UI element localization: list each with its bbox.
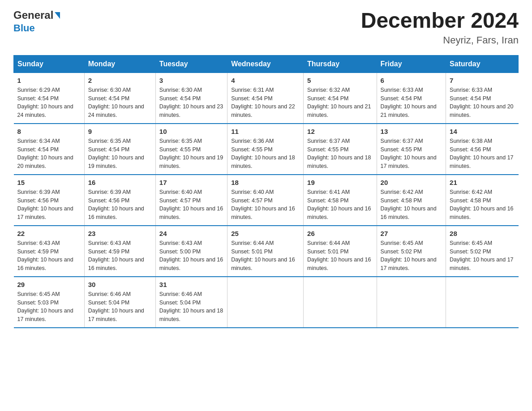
day-cell: 9 Sunrise: 6:35 AM Sunset: 4:54 PM Dayli… xyxy=(84,124,155,175)
day-number: 21 xyxy=(450,179,515,186)
day-number: 26 xyxy=(307,230,373,237)
day-cell: 8 Sunrise: 6:34 AM Sunset: 4:54 PM Dayli… xyxy=(14,124,85,175)
header-cell-friday: Friday xyxy=(377,55,446,73)
day-cell: 30 Sunrise: 6:46 AM Sunset: 5:04 PM Dayl… xyxy=(84,277,155,328)
day-info: Sunrise: 6:38 AM Sunset: 4:56 PM Dayligh… xyxy=(450,137,515,171)
day-cell: 5 Sunrise: 6:32 AM Sunset: 4:54 PM Dayli… xyxy=(304,73,377,124)
day-number: 7 xyxy=(450,77,515,84)
day-cell: 13 Sunrise: 6:37 AM Sunset: 4:55 PM Dayl… xyxy=(377,124,446,175)
day-info: Sunrise: 6:40 AM Sunset: 4:57 PM Dayligh… xyxy=(231,188,300,222)
day-cell: 10 Sunrise: 6:35 AM Sunset: 4:55 PM Dayl… xyxy=(155,124,227,175)
day-info: Sunrise: 6:39 AM Sunset: 4:56 PM Dayligh… xyxy=(17,188,81,222)
logo-triangle-icon xyxy=(55,12,60,19)
day-number: 27 xyxy=(381,230,442,237)
day-number: 2 xyxy=(88,77,152,84)
logo-blue-text: Blue xyxy=(13,22,60,34)
day-cell: 2 Sunrise: 6:30 AM Sunset: 4:54 PM Dayli… xyxy=(84,73,155,124)
day-cell: 22 Sunrise: 6:43 AM Sunset: 4:59 PM Dayl… xyxy=(14,226,85,277)
day-info: Sunrise: 6:44 AM Sunset: 5:01 PM Dayligh… xyxy=(231,239,300,273)
day-cell: 31 Sunrise: 6:46 AM Sunset: 5:04 PM Dayl… xyxy=(155,277,227,328)
day-number: 9 xyxy=(88,128,152,135)
day-number: 5 xyxy=(307,77,373,84)
day-info: Sunrise: 6:36 AM Sunset: 4:55 PM Dayligh… xyxy=(231,137,300,171)
logo: General Blue xyxy=(13,9,60,34)
day-number: 11 xyxy=(231,128,300,135)
day-info: Sunrise: 6:40 AM Sunset: 4:57 PM Dayligh… xyxy=(159,188,223,222)
week-row-2: 15 Sunrise: 6:39 AM Sunset: 4:56 PM Dayl… xyxy=(14,175,519,226)
day-number: 31 xyxy=(159,281,223,288)
day-info: Sunrise: 6:46 AM Sunset: 5:04 PM Dayligh… xyxy=(159,290,223,324)
header-cell-tuesday: Tuesday xyxy=(155,55,227,73)
header-cell-sunday: Sunday xyxy=(14,55,85,73)
day-info: Sunrise: 6:32 AM Sunset: 4:54 PM Dayligh… xyxy=(307,86,373,120)
day-number: 29 xyxy=(17,281,81,288)
day-cell xyxy=(446,277,519,328)
day-cell: 7 Sunrise: 6:33 AM Sunset: 4:54 PM Dayli… xyxy=(446,73,519,124)
day-cell: 24 Sunrise: 6:43 AM Sunset: 5:00 PM Dayl… xyxy=(155,226,227,277)
day-number: 10 xyxy=(159,128,223,135)
day-info: Sunrise: 6:45 AM Sunset: 5:02 PM Dayligh… xyxy=(381,239,442,273)
day-number: 12 xyxy=(307,128,373,135)
day-info: Sunrise: 6:33 AM Sunset: 4:54 PM Dayligh… xyxy=(381,86,442,120)
day-cell: 18 Sunrise: 6:40 AM Sunset: 4:57 PM Dayl… xyxy=(227,175,304,226)
day-info: Sunrise: 6:35 AM Sunset: 4:55 PM Dayligh… xyxy=(159,137,223,171)
day-cell: 14 Sunrise: 6:38 AM Sunset: 4:56 PM Dayl… xyxy=(446,124,519,175)
day-info: Sunrise: 6:35 AM Sunset: 4:54 PM Dayligh… xyxy=(88,137,152,171)
title-area: December 2024 Neyriz, Fars, Iran xyxy=(361,9,519,46)
day-number: 23 xyxy=(88,230,152,237)
day-number: 16 xyxy=(88,179,152,186)
day-cell: 11 Sunrise: 6:36 AM Sunset: 4:55 PM Dayl… xyxy=(227,124,304,175)
day-info: Sunrise: 6:30 AM Sunset: 4:54 PM Dayligh… xyxy=(88,86,152,120)
day-cell: 1 Sunrise: 6:29 AM Sunset: 4:54 PM Dayli… xyxy=(14,73,85,124)
header-row: SundayMondayTuesdayWednesdayThursdayFrid… xyxy=(14,55,519,73)
day-info: Sunrise: 6:44 AM Sunset: 5:01 PM Dayligh… xyxy=(307,239,373,273)
day-number: 13 xyxy=(381,128,442,135)
day-cell: 3 Sunrise: 6:30 AM Sunset: 4:54 PM Dayli… xyxy=(155,73,227,124)
day-info: Sunrise: 6:45 AM Sunset: 5:03 PM Dayligh… xyxy=(17,290,81,324)
day-info: Sunrise: 6:46 AM Sunset: 5:04 PM Dayligh… xyxy=(88,290,152,324)
page-header: General Blue December 2024 Neyriz, Fars,… xyxy=(13,9,519,46)
day-cell: 20 Sunrise: 6:42 AM Sunset: 4:58 PM Dayl… xyxy=(377,175,446,226)
day-cell: 17 Sunrise: 6:40 AM Sunset: 4:57 PM Dayl… xyxy=(155,175,227,226)
day-number: 25 xyxy=(231,230,300,237)
day-number: 15 xyxy=(17,179,81,186)
day-info: Sunrise: 6:43 AM Sunset: 4:59 PM Dayligh… xyxy=(17,239,81,273)
day-cell: 6 Sunrise: 6:33 AM Sunset: 4:54 PM Dayli… xyxy=(377,73,446,124)
day-cell: 16 Sunrise: 6:39 AM Sunset: 4:56 PM Dayl… xyxy=(84,175,155,226)
week-row-1: 8 Sunrise: 6:34 AM Sunset: 4:54 PM Dayli… xyxy=(14,124,519,175)
day-info: Sunrise: 6:30 AM Sunset: 4:54 PM Dayligh… xyxy=(159,86,223,120)
day-cell: 28 Sunrise: 6:45 AM Sunset: 5:02 PM Dayl… xyxy=(446,226,519,277)
logo-general-text: General xyxy=(13,9,53,21)
day-number: 22 xyxy=(17,230,81,237)
day-info: Sunrise: 6:39 AM Sunset: 4:56 PM Dayligh… xyxy=(88,188,152,222)
day-info: Sunrise: 6:31 AM Sunset: 4:54 PM Dayligh… xyxy=(231,86,300,120)
day-number: 8 xyxy=(17,128,81,135)
day-info: Sunrise: 6:37 AM Sunset: 4:55 PM Dayligh… xyxy=(307,137,373,171)
day-info: Sunrise: 6:42 AM Sunset: 4:58 PM Dayligh… xyxy=(381,188,442,222)
day-number: 30 xyxy=(88,281,152,288)
week-row-4: 29 Sunrise: 6:45 AM Sunset: 5:03 PM Dayl… xyxy=(14,277,519,328)
day-number: 18 xyxy=(231,179,300,186)
day-cell xyxy=(227,277,304,328)
calendar-body: 1 Sunrise: 6:29 AM Sunset: 4:54 PM Dayli… xyxy=(14,73,519,328)
day-info: Sunrise: 6:42 AM Sunset: 4:58 PM Dayligh… xyxy=(450,188,515,222)
day-info: Sunrise: 6:37 AM Sunset: 4:55 PM Dayligh… xyxy=(381,137,442,171)
day-cell: 27 Sunrise: 6:45 AM Sunset: 5:02 PM Dayl… xyxy=(377,226,446,277)
day-number: 20 xyxy=(381,179,442,186)
day-cell: 12 Sunrise: 6:37 AM Sunset: 4:55 PM Dayl… xyxy=(304,124,377,175)
day-number: 6 xyxy=(381,77,442,84)
day-cell: 26 Sunrise: 6:44 AM Sunset: 5:01 PM Dayl… xyxy=(304,226,377,277)
day-number: 1 xyxy=(17,77,81,84)
week-row-3: 22 Sunrise: 6:43 AM Sunset: 4:59 PM Dayl… xyxy=(14,226,519,277)
header-cell-thursday: Thursday xyxy=(304,55,377,73)
day-info: Sunrise: 6:34 AM Sunset: 4:54 PM Dayligh… xyxy=(17,137,81,171)
day-cell: 23 Sunrise: 6:43 AM Sunset: 4:59 PM Dayl… xyxy=(84,226,155,277)
day-cell xyxy=(377,277,446,328)
calendar-header: SundayMondayTuesdayWednesdayThursdayFrid… xyxy=(14,55,519,73)
day-number: 3 xyxy=(159,77,223,84)
month-title: December 2024 xyxy=(361,9,519,33)
day-number: 17 xyxy=(159,179,223,186)
day-cell: 4 Sunrise: 6:31 AM Sunset: 4:54 PM Dayli… xyxy=(227,73,304,124)
day-number: 4 xyxy=(231,77,300,84)
day-number: 24 xyxy=(159,230,223,237)
